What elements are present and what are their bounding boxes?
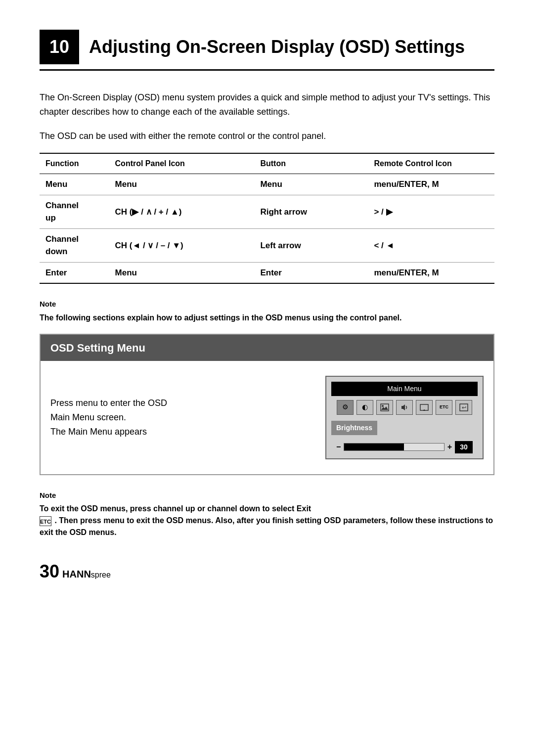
- etc-icon: ETC: [40, 516, 51, 526]
- osd-icon-picture: [376, 400, 393, 415]
- page-footer: 30 HANNspree: [40, 558, 494, 585]
- table-cell-button: Right arrow: [254, 195, 368, 228]
- osd-icon-contrast: ◐: [356, 400, 373, 415]
- slider-track: [344, 443, 444, 451]
- note-1: Note The following sections explain how …: [40, 299, 494, 324]
- brand-hann: HANN: [62, 569, 91, 579]
- brand-name: HANNspree: [62, 567, 111, 581]
- table-cell-button: Enter: [254, 262, 368, 283]
- osd-slider-row: − + 30: [331, 441, 478, 453]
- osd-box-content: Press menu to enter the OSD Main Menu sc…: [41, 361, 493, 474]
- note-2: Note To exit the OSD menus, press channe…: [40, 490, 494, 539]
- svg-marker-3: [401, 404, 405, 410]
- slider-fill: [344, 444, 404, 450]
- brand-spree: spree: [91, 571, 111, 579]
- table-cell-function: Channelup: [40, 195, 109, 228]
- table-header-remote: Remote Control Icon: [368, 153, 494, 174]
- table-row: Channelup CH (▶ / ∧ / + / ▲) Right arrow…: [40, 195, 494, 228]
- page-number: 30: [40, 558, 59, 585]
- chapter-header: 10 Adjusting On-Screen Display (OSD) Set…: [40, 30, 494, 71]
- table-row: Channeldown CH (◄ / ∨ / – / ▼) Left arro…: [40, 228, 494, 262]
- note-2-line2: . Then press menu to exit the OSD menus.…: [40, 516, 493, 536]
- table-header-button: Button: [254, 153, 368, 174]
- note-2-icon: ETC: [40, 516, 54, 525]
- table-cell-function: Enter: [40, 262, 109, 283]
- osd-icon-etc: ETC: [436, 400, 452, 415]
- brightness-label: Brightness: [331, 421, 478, 441]
- note-2-label: Note: [40, 490, 494, 501]
- settings-table: Function Control Panel Icon Button Remot…: [40, 153, 494, 284]
- table-cell-remote: menu/ENTER, M: [368, 174, 494, 195]
- note-2-line1: To exit the OSD menus, press channel up …: [40, 504, 311, 513]
- osd-icon-screen: [416, 400, 433, 415]
- table-cell-function: Menu: [40, 174, 109, 195]
- slider-value: 30: [455, 441, 473, 453]
- chapter-title: Adjusting On-Screen Display (OSD) Settin…: [89, 30, 465, 64]
- table-cell-control: CH (▶ / ∧ / + / ▲): [109, 195, 255, 228]
- osd-screen-mockup: Main Menu ⚙ ◐: [325, 376, 484, 459]
- table-header-control: Control Panel Icon: [109, 153, 255, 174]
- table-row: Menu Menu Menu menu/ENTER, M: [40, 174, 494, 195]
- table-cell-control: CH (◄ / ∨ / – / ▼): [109, 228, 255, 262]
- note-1-label: Note: [40, 299, 494, 310]
- osd-box-header: OSD Setting Menu: [41, 335, 493, 361]
- table-cell-remote: > / ▶: [368, 195, 494, 228]
- table-cell-function: Channeldown: [40, 228, 109, 262]
- osd-desc-line1: Press menu to enter the OSD: [50, 398, 167, 408]
- osd-desc-line2: Main Menu screen.: [50, 412, 126, 422]
- osd-menu-bar: Main Menu: [331, 382, 478, 396]
- osd-setting-menu-box: OSD Setting Menu Press menu to enter the…: [40, 334, 494, 475]
- table-header-function: Function: [40, 153, 109, 174]
- slider-minus-icon: −: [336, 441, 341, 453]
- intro-paragraph-1: The On-Screen Display (OSD) menu system …: [40, 90, 494, 119]
- osd-desc-line3: The Main Menu appears: [50, 427, 147, 437]
- table-cell-button: Left arrow: [254, 228, 368, 262]
- osd-icons-row: ⚙ ◐: [331, 400, 478, 415]
- svg-point-2: [382, 405, 384, 407]
- table-cell-button: Menu: [254, 174, 368, 195]
- table-cell-remote: < / ◄: [368, 228, 494, 262]
- svg-marker-1: [381, 406, 388, 410]
- intro-paragraph-2: The OSD can be used with either the remo…: [40, 129, 494, 143]
- osd-icon-back: ↩: [455, 400, 472, 415]
- table-cell-control: Menu: [109, 174, 255, 195]
- osd-icon-settings: ⚙: [337, 400, 354, 415]
- svg-text:↩: ↩: [462, 404, 466, 410]
- osd-description: Press menu to enter the OSD Main Menu sc…: [50, 396, 311, 439]
- slider-plus-icon: +: [447, 441, 452, 453]
- osd-icon-sound: [396, 400, 413, 415]
- note-1-text: The following sections explain how to ad…: [40, 312, 494, 324]
- note-2-text: To exit the OSD menus, press channel up …: [40, 503, 494, 538]
- chapter-number: 10: [40, 30, 79, 64]
- table-cell-remote: menu/ENTER, M: [368, 262, 494, 283]
- table-row: Enter Menu Enter menu/ENTER, M: [40, 262, 494, 283]
- table-cell-control: Menu: [109, 262, 255, 283]
